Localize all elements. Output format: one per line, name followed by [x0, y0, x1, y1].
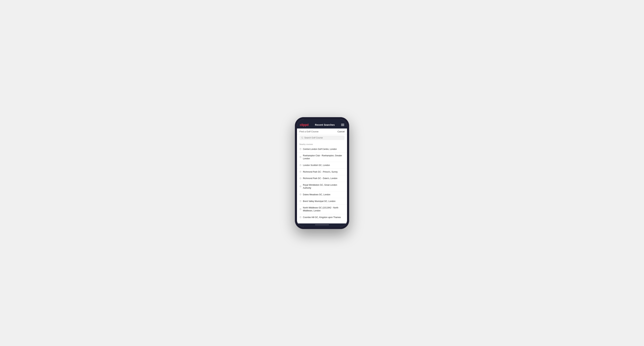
pin-icon: [300, 193, 302, 196]
svg-point-8: [300, 194, 301, 195]
home-indicator: [297, 223, 347, 227]
pin-icon: [300, 171, 302, 173]
nav-bar: clippd Recent Searches: [297, 122, 347, 129]
find-title: Find a Golf Course: [300, 130, 318, 133]
course-name: London Scottish GC, London: [303, 164, 330, 167]
home-bar: [315, 224, 329, 225]
pin-icon: [300, 185, 302, 187]
list-item[interactable]: Richmond Park GC - Duke's, London: [297, 175, 347, 182]
course-list: Central London Golf Centre, LondonRoeham…: [297, 146, 347, 221]
course-name: Brent Valley Municipal GC, London: [303, 200, 336, 203]
course-name: North Middlesex GC (1011942 - North Midd…: [303, 206, 344, 212]
svg-point-5: [300, 172, 301, 172]
list-item[interactable]: Central London Golf Centre, London: [297, 146, 347, 153]
svg-point-4: [300, 165, 301, 166]
course-name: Central London Golf Centre, London: [303, 148, 337, 151]
svg-point-6: [300, 178, 301, 178]
app-logo: clippd: [300, 123, 308, 127]
hamburger-line-2: [341, 125, 344, 125]
list-item[interactable]: London Scottish GC, London: [297, 162, 347, 169]
list-item[interactable]: Brent Valley Municipal GC, London: [297, 198, 347, 205]
hamburger-line-1: [341, 124, 344, 124]
svg-point-10: [300, 209, 301, 209]
search-icon: [301, 137, 303, 139]
pin-icon: [300, 208, 302, 210]
list-item[interactable]: Roehampton Club - Roehampton, Greater Lo…: [297, 153, 347, 162]
svg-point-11: [300, 217, 301, 217]
phone-screen: clippd Recent Searches Find a Golf Cours…: [297, 119, 347, 227]
svg-point-9: [300, 201, 301, 201]
nav-title: Recent Searches: [315, 123, 335, 126]
search-bar-wrap: [297, 135, 347, 142]
list-item[interactable]: Royal Wimbledon GC, Great London Authori…: [297, 182, 347, 191]
course-name: Coombe Hill GC, Kingston upon Thames: [303, 216, 341, 219]
pin-icon: [300, 156, 302, 158]
list-item[interactable]: Richmond Park GC - Prince's, Surrey: [297, 169, 347, 175]
svg-point-3: [300, 157, 301, 157]
find-header: Find a Golf Course Cancel: [297, 129, 347, 135]
svg-point-7: [300, 186, 301, 187]
svg-point-2: [300, 149, 301, 149]
main-content: Find a Golf Course Cancel Nearby courses: [297, 129, 347, 223]
list-item[interactable]: Dukes Meadows GC, London: [297, 191, 347, 198]
pin-icon: [300, 164, 302, 166]
list-item[interactable]: North Middlesex GC (1011942 - North Midd…: [297, 204, 347, 214]
phone-device: clippd Recent Searches Find a Golf Cours…: [295, 117, 349, 229]
search-input[interactable]: [304, 137, 343, 139]
nearby-section: Nearby courses Central London Golf Centr…: [297, 142, 347, 223]
status-bar: [297, 119, 347, 122]
hamburger-line-3: [341, 126, 344, 126]
course-name: Richmond Park GC - Prince's, Surrey: [303, 171, 338, 173]
search-bar: [300, 136, 344, 140]
nearby-label: Nearby courses: [297, 142, 347, 146]
hamburger-icon[interactable]: [341, 124, 344, 126]
pin-icon: [300, 216, 302, 218]
svg-line-1: [302, 138, 303, 139]
course-name: Richmond Park GC - Duke's, London: [303, 177, 338, 180]
course-name: Roehampton Club - Roehampton, Greater Lo…: [303, 154, 344, 160]
course-name: Royal Wimbledon GC, Great London Authori…: [303, 183, 344, 189]
course-name: Dukes Meadows GC, London: [303, 193, 330, 196]
pin-icon: [300, 200, 302, 202]
pin-icon: [300, 148, 302, 150]
pin-icon: [300, 177, 302, 179]
list-item[interactable]: Coombe Hill GC, Kingston upon Thames: [297, 214, 347, 221]
cancel-button[interactable]: Cancel: [338, 130, 344, 133]
